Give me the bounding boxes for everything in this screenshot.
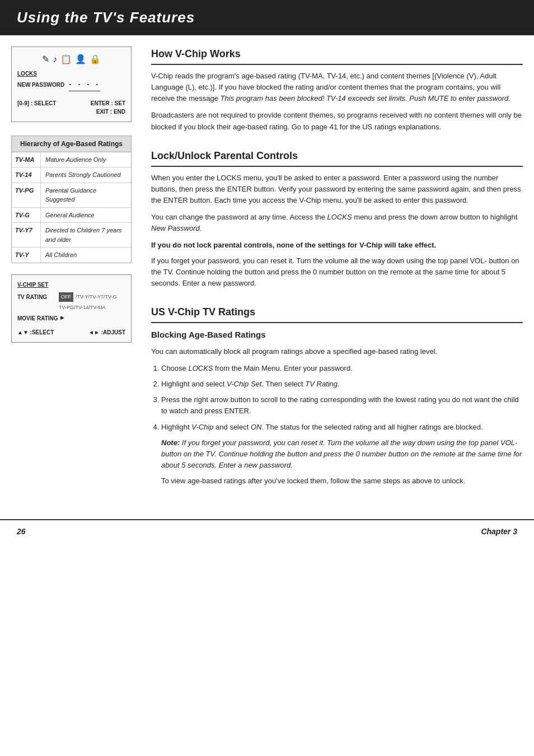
section-lock-title: Lock/Unlock Parental Controls — [151, 148, 523, 167]
desc-tvy: All Children — [41, 248, 81, 263]
table-row: TV-MA Mature Audience Only — [12, 152, 131, 168]
steps-list: Choose LOCKS from the Main Menu. Enter y… — [161, 363, 523, 487]
table-row: TV-14 Parents Strongly Cautioned — [12, 167, 131, 183]
lock-bold-note: If you do not lock parental controls, no… — [151, 240, 523, 251]
tv-rating-highlight: OFF — [59, 292, 73, 302]
rating-tvma: TV-MA — [12, 152, 41, 167]
table-row: TV-Y7 Directed to Children 7 years and o… — [12, 223, 131, 248]
section-vchip-works: How V-Chip Works V-Chip reads the progra… — [151, 46, 523, 133]
rating-tvy: TV-Y — [12, 248, 41, 263]
section-vchip-title: How V-Chip Works — [151, 46, 523, 65]
edit-icon: ✎ — [42, 53, 49, 66]
tv-rating-values-2: TV-PG/TV-14/TV-MA — [17, 304, 125, 312]
page-number: 26 — [17, 526, 26, 538]
vchip-adjust-hint: ◄► :ADJUST — [88, 328, 125, 337]
movie-rating-label: MOVIE RATING — [17, 314, 58, 323]
vchip-bottom: ▲▼ :SELECT ◄► :ADJUST — [17, 328, 125, 337]
chapter-label: Chapter 3 — [481, 526, 517, 538]
after-note-text: To view age-based ratings after you've l… — [161, 475, 523, 487]
left-column: ✎ ♪ 📋 👤 🔒 LOCKS NEW PASSWORD - - - - [0-… — [11, 46, 140, 502]
page-footer: 26 Chapter 3 — [0, 519, 534, 543]
list-item: Choose LOCKS from the Main Menu. Enter y… — [161, 363, 523, 374]
list-item: Highlight V-Chip and select ON. The stat… — [161, 422, 523, 487]
lock-bottom-row: [0-9] : SELECT ENTER : SET EXIT : END — [17, 99, 125, 116]
hierarchy-table-title: Hierarchy of Age-Based Ratings — [12, 136, 131, 152]
lock-ui-box: ✎ ♪ 📋 👤 🔒 LOCKS NEW PASSWORD - - - - [0-… — [11, 46, 132, 122]
password-dashes: - - - - — [69, 79, 100, 91]
list-item: Press the right arrow button to scroll t… — [161, 394, 523, 417]
desc-tvma: Mature Audience Only — [41, 152, 110, 167]
table-row: TV-PG Parental Guidance Suggested — [12, 183, 131, 208]
vchip-para2: Broadcasters are not required to provide… — [151, 110, 523, 132]
table-row: TV-Y All Children — [12, 248, 131, 263]
new-password-row: NEW PASSWORD - - - - — [17, 79, 125, 91]
right-column: How V-Chip Works V-Chip reads the progra… — [151, 46, 523, 502]
rating-tvg: TV-G — [12, 208, 41, 223]
lock-para3: If you forget your password, you can res… — [151, 255, 523, 289]
page-header: Using the TV's Features — [0, 0, 534, 35]
select-hint: [0-9] : SELECT — [17, 99, 56, 116]
sub-blocking-title: Blocking Age-Based Ratings — [151, 329, 523, 342]
new-password-label: NEW PASSWORD — [17, 81, 64, 89]
rating-tvy7: TV-Y7 — [12, 223, 41, 247]
page-title: Using the TV's Features — [17, 7, 517, 29]
lock-para2: You can change the password at any time.… — [151, 212, 523, 234]
tv-rating-row: TV RATING OFF /TV-Y/TV-Y7/TV-G — [17, 292, 125, 302]
lock-icons-row: ✎ ♪ 📋 👤 🔒 — [17, 53, 125, 66]
list-item: Highlight and select V-Chip Set. Then se… — [161, 379, 523, 390]
section-ratings-title: US V-Chip TV Ratings — [151, 305, 523, 323]
desc-tvy7: Directed to Children 7 years and older — [41, 223, 131, 247]
vchip-para1: V-Chip reads the program's age-based rat… — [151, 71, 523, 104]
lock-icon: 🔒 — [90, 53, 101, 66]
movie-rating-row: MOVIE RATING ▶ — [17, 314, 125, 323]
section-lock: Lock/Unlock Parental Controls When you e… — [151, 148, 523, 290]
note-block: Note: If you forget your password, you c… — [161, 437, 523, 471]
locks-label: LOCKS — [17, 69, 125, 78]
vchip-select-hint: ▲▼ :SELECT — [17, 328, 54, 337]
lock-para1: When you enter the LOCKS menu, you'll be… — [151, 172, 523, 206]
enter-exit-hint: ENTER : SET EXIT : END — [91, 99, 125, 116]
desc-tvg: General Audience — [41, 208, 99, 223]
tv-rating-values: /TV-Y/TV-Y7/TV-G — [76, 293, 117, 301]
table-row: TV-G General Audience — [12, 208, 131, 223]
vchip-title: V-CHIP SET — [17, 281, 125, 289]
main-content: ✎ ♪ 📋 👤 🔒 LOCKS NEW PASSWORD - - - - [0-… — [0, 46, 534, 519]
vchip-set-box: V-CHIP SET TV RATING OFF /TV-Y/TV-Y7/TV-… — [11, 274, 132, 343]
ratings-para1: You can automatically block all program … — [151, 346, 523, 357]
clipboard-icon: 📋 — [60, 53, 72, 66]
person-icon: 👤 — [75, 53, 86, 66]
music-icon: ♪ — [53, 53, 57, 66]
hierarchy-table: Hierarchy of Age-Based Ratings TV-MA Mat… — [11, 136, 132, 263]
movie-rating-arrow: ▶ — [60, 314, 64, 322]
desc-tv14: Parents Strongly Cautioned — [41, 167, 125, 183]
rating-tvpg: TV-PG — [12, 183, 41, 207]
rating-tv14: TV-14 — [12, 167, 41, 183]
tv-rating-label: TV RATING — [17, 293, 57, 301]
desc-tvpg: Parental Guidance Suggested — [41, 183, 131, 207]
section-ratings: US V-Chip TV Ratings Blocking Age-Based … — [151, 305, 523, 487]
